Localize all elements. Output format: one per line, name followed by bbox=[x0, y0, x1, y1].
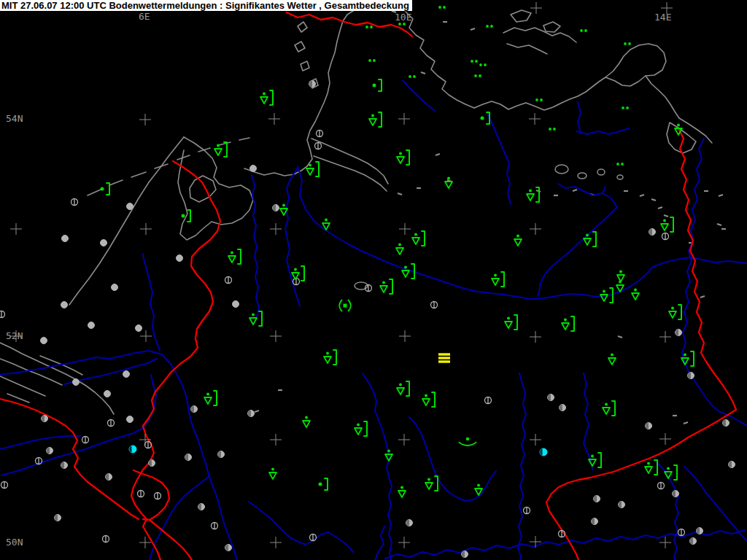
station-circle-overcast bbox=[250, 166, 257, 172]
weather-symbol-shower-bracket bbox=[562, 316, 574, 331]
station-circle-half bbox=[406, 520, 413, 526]
coordinate-label: 52N bbox=[6, 330, 23, 341]
grid-cross bbox=[398, 113, 410, 125]
station-circle-clear bbox=[108, 420, 115, 427]
lake-outline bbox=[617, 175, 623, 179]
station-circle-overcast bbox=[127, 416, 133, 423]
coordinate-label: 6E bbox=[139, 11, 150, 22]
weather-symbol-precip-dots bbox=[471, 60, 478, 63]
weather-symbol-layer bbox=[101, 6, 694, 497]
terrain-speckle bbox=[255, 411, 259, 412]
grid-cross bbox=[530, 223, 541, 235]
terrain-speckle bbox=[717, 224, 721, 225]
river-layer bbox=[0, 80, 747, 560]
station-circle-half bbox=[673, 491, 679, 497]
station-circle-half bbox=[42, 416, 48, 422]
station-circle-half bbox=[560, 405, 566, 411]
grid-cross bbox=[530, 331, 541, 343]
coordinate-label: 14E bbox=[654, 12, 671, 23]
station-circle-overcast bbox=[41, 338, 47, 344]
map-title-bar: MIT 27.06.07 12:00 UTC Bodenwettermeldun… bbox=[0, 0, 412, 11]
weather-symbol-shower bbox=[398, 486, 406, 498]
grid-cross bbox=[398, 434, 410, 446]
station-circle-clear bbox=[524, 508, 530, 514]
map-title-text: MIT 27.06.07 12:00 UTC Bodenwettermeldun… bbox=[1, 0, 409, 11]
terrain-speckle bbox=[398, 193, 402, 195]
station-circle-clear bbox=[317, 131, 323, 137]
grid-cross bbox=[399, 330, 411, 342]
weather-symbol-shower-bracket bbox=[669, 305, 681, 319]
weather-symbol-precip-dots bbox=[398, 23, 406, 26]
weather-symbol-precip-dots bbox=[479, 63, 487, 66]
grid-cross bbox=[530, 434, 541, 446]
terrain-speckle bbox=[421, 72, 425, 74]
grid-cross bbox=[399, 223, 411, 235]
station-circle-half bbox=[47, 448, 53, 454]
weather-symbol-shower bbox=[445, 177, 452, 189]
station-circle-cyan bbox=[540, 448, 547, 456]
station-circle-half bbox=[697, 528, 703, 534]
grid-cross bbox=[659, 537, 671, 548]
station-circle-clear bbox=[678, 529, 685, 536]
station-circle-overcast bbox=[233, 301, 239, 308]
weather-symbol-precip-bracket bbox=[319, 478, 328, 490]
graticule-layer bbox=[10, 2, 673, 548]
station-circle-half bbox=[729, 462, 735, 468]
weather-symbol-shower-bracket bbox=[228, 249, 241, 264]
lake-outline bbox=[597, 169, 605, 175]
weather-symbol-shower bbox=[514, 235, 522, 246]
coastline-layer bbox=[0, 10, 726, 424]
coordinate-label: 50N bbox=[6, 537, 23, 548]
grid-cross bbox=[659, 331, 671, 343]
weather-symbol-shower-bracket bbox=[527, 187, 539, 202]
weather-symbol-precip-dots bbox=[624, 42, 631, 45]
station-circle-half bbox=[676, 330, 682, 336]
weather-symbol-precip-bracket bbox=[373, 79, 382, 91]
weather-symbol-shower-bracket bbox=[260, 90, 273, 105]
terrain-speckle bbox=[436, 154, 440, 155]
weather-symbol-precip-bracket bbox=[101, 183, 110, 195]
station-circle-half bbox=[106, 474, 112, 481]
weather-symbol-arc-dot bbox=[459, 438, 476, 446]
weather-symbol-shower-bracket bbox=[397, 150, 409, 165]
weather-symbol-shower bbox=[303, 416, 310, 428]
weather-map-window: MIT 27.06.07 12:00 UTC Bodenwettermeldun… bbox=[0, 0, 747, 560]
station-circle-overcast bbox=[88, 322, 95, 329]
weather-symbol-shower-bracket bbox=[355, 421, 367, 436]
station-circle-half bbox=[149, 460, 155, 467]
station-circle-half bbox=[61, 462, 68, 469]
station-circle-half bbox=[592, 518, 598, 525]
station-circle-half bbox=[55, 515, 61, 521]
coordinate-label: 54N bbox=[6, 113, 23, 124]
station-circle-overcast bbox=[62, 236, 69, 242]
weather-symbol-shower-bracket bbox=[584, 232, 596, 246]
station-circle-clear bbox=[225, 277, 232, 284]
weather-symbol-precip-dots bbox=[438, 6, 446, 9]
station-circle-clear bbox=[662, 233, 669, 240]
weather-symbol-precip-dots bbox=[616, 163, 624, 166]
station-circle-overcast bbox=[73, 379, 80, 386]
station-circle-clear bbox=[485, 397, 492, 404]
weather-symbol-fog bbox=[438, 353, 450, 362]
station-circle-overcast bbox=[104, 391, 111, 397]
station-circle-clear bbox=[1, 482, 8, 489]
terrain-speckle bbox=[640, 195, 644, 196]
weather-symbol-shower-bracket bbox=[380, 279, 392, 294]
weather-symbol-shower bbox=[632, 289, 639, 300]
station-circle-half bbox=[619, 502, 625, 508]
weather-symbol-shower-bracket bbox=[425, 476, 438, 491]
lake-outline bbox=[578, 173, 587, 179]
terrain-speckle bbox=[700, 296, 705, 298]
grid-cross bbox=[270, 434, 282, 446]
weather-symbol-shower bbox=[269, 468, 276, 480]
weather-symbol-shower bbox=[608, 354, 616, 365]
station-circle-half bbox=[688, 373, 694, 379]
weather-symbol-shower-bracket bbox=[397, 381, 409, 396]
weather-symbol-precip-dots bbox=[622, 106, 629, 109]
station-circle-half bbox=[225, 545, 232, 551]
station-circle-half bbox=[191, 406, 198, 413]
station-circle-half bbox=[646, 423, 652, 429]
grid-cross bbox=[530, 2, 542, 14]
station-layer bbox=[0, 81, 735, 558]
weather-symbol-precip-dots bbox=[549, 128, 556, 131]
